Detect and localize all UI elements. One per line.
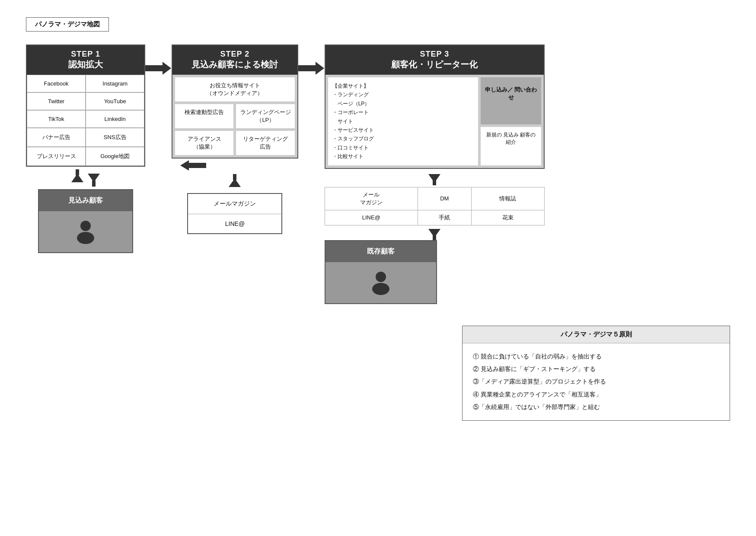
prospect-label: 見込み顧客	[39, 190, 132, 211]
dm-table: メールマガジン DM 情報誌 LINE@ 手紙 花束	[325, 187, 545, 225]
prospect-box: 見込み顧客	[38, 189, 133, 253]
line-at-cell: LINE@	[188, 214, 281, 233]
referral-label: 新規の 見込み 顧客の 紹介	[486, 132, 536, 145]
svg-marker-7	[180, 160, 206, 171]
step2-column: STEP 2 見込み顧客による検討 お役立ち情報サイト（オウンドメディア） 検索…	[172, 44, 299, 234]
step2-box: STEP 2 見込み顧客による検討 お役立ち情報サイト（オウンドメディア） 検索…	[172, 44, 299, 159]
svg-rect-1	[76, 169, 79, 175]
dm-table-area: メールマガジン DM 情報誌 LINE@ 手紙 花束	[325, 172, 545, 304]
existing-label-text: 既存顧客	[367, 247, 395, 255]
step2-content: お役立ち情報サイト（オウンドメディア） 検索連動型広告 ランディングページ（LP…	[172, 75, 298, 158]
list-item: 検索連動型広告	[175, 104, 234, 128]
list-item: YouTube	[86, 92, 144, 110]
step3-header: STEP 3 顧客化・リピーター化	[325, 45, 544, 75]
down-arrow2-icon	[229, 174, 241, 191]
table-cell: 情報誌	[471, 187, 544, 210]
svg-rect-14	[433, 233, 436, 240]
table-cell: 花束	[471, 210, 544, 225]
person2-icon	[368, 269, 394, 295]
list-item: ② 見込み顧客に「ギブ・ストーキング」する	[473, 363, 719, 375]
svg-rect-3	[92, 181, 96, 187]
list-item: プレスリリース	[27, 147, 86, 166]
list-item: Instagram	[86, 75, 144, 92]
page-title-box: パノラマ・デジマ地図	[26, 17, 109, 32]
principles-title-text: パノラマ・デジマ５原則	[561, 330, 632, 338]
person-icon	[73, 218, 99, 244]
list-item: アライアンス（協業）	[175, 131, 234, 155]
up-arrow3-icon	[428, 227, 440, 240]
list-item: Google地図	[86, 147, 144, 166]
list-item: ④ 異業種企業とのアライアンスで「相互送客」	[473, 388, 719, 401]
list-item: SNS広告	[86, 128, 144, 147]
step3-content: 【企業サイト】 ・ランディング ページ（LP） ・コーポレート サイト ・サービ…	[325, 75, 544, 168]
step3-right-area: 申し込み／ 問い合わせ 新規の 見込み 顧客の 紹介	[481, 77, 541, 165]
step1-title: 認知拡大	[35, 59, 136, 70]
list-item: バナー広告	[27, 128, 86, 147]
list-item: Twitter	[27, 92, 86, 110]
referral-box: 新規の 見込み 顧客の 紹介	[481, 127, 541, 165]
arrow-step2-to-step3	[298, 44, 324, 75]
svg-marker-10	[298, 62, 324, 75]
step1-grid: Facebook Instagram Twitter YouTube TikTo…	[27, 75, 144, 166]
step3-title: 顧客化・リピーター化	[334, 59, 535, 70]
step1-box: STEP 1 認知拡大 Facebook Instagram Twitter Y…	[26, 44, 145, 167]
svg-point-5	[77, 232, 94, 244]
prospect-label-text: 見込み顧客	[68, 197, 103, 204]
principles-list: ① 競合に負けている「自社の弱み」を抽出する ② 見込み顧客に「ギブ・ストーキン…	[463, 343, 730, 421]
step2-header: STEP 2 見込み顧客による検討	[172, 45, 298, 75]
svg-point-16	[372, 283, 389, 295]
apply-box: 申し込み／ 問い合わせ	[481, 77, 541, 124]
apply-label: 申し込み／ 問い合わせ	[485, 86, 537, 101]
table-cell: LINE@	[325, 210, 418, 225]
principles-box: パノラマ・デジマ５原則 ① 競合に負けている「自社の弱み」を抽出する ② 見込み…	[462, 326, 730, 421]
step1-num: STEP 1	[35, 50, 136, 59]
right-arrow-icon	[145, 62, 171, 75]
list-item: Facebook	[27, 75, 86, 92]
list-item: ランディングページ（LP）	[236, 104, 295, 128]
svg-point-15	[376, 272, 386, 282]
existing-label: 既存顧客	[325, 241, 436, 262]
line-at-label: LINE@	[225, 220, 245, 227]
page-title: パノラマ・デジマ地図	[35, 20, 100, 28]
table-cell: メールマガジン	[325, 187, 418, 210]
svg-point-4	[80, 221, 91, 231]
existing-customer-box: 既存顧客	[325, 240, 437, 304]
table-cell: DM	[418, 187, 472, 210]
list-item: リターゲティング広告	[236, 131, 295, 155]
table-cell: 手紙	[418, 210, 472, 225]
svg-rect-9	[233, 174, 236, 180]
step3-site-info: 【企業サイト】 ・ランディング ページ（LP） ・コーポレート サイト ・サービ…	[328, 77, 478, 165]
list-item: ① 競合に負けている「自社の弱み」を抽出する	[473, 350, 719, 363]
step3-box: STEP 3 顧客化・リピーター化 【企業サイト】 ・ランディング ページ（LP…	[325, 44, 545, 169]
svg-rect-12	[433, 178, 436, 185]
step2-owned-media: お役立ち情報サイト（オウンドメディア）	[175, 77, 295, 101]
left-arrow-icon	[180, 160, 206, 171]
list-item: ⑤「永続雇用」ではない「外部専門家」と組む	[473, 401, 719, 413]
mail-magazine-cell: メールマガジン	[188, 194, 281, 214]
step3-num: STEP 3	[334, 50, 535, 59]
step2-row2: アライアンス（協業） リターゲティング広告	[175, 131, 295, 155]
up-arrow2-icon	[428, 172, 440, 185]
principles-title: パノラマ・デジマ５原則	[463, 326, 730, 343]
step1-column: STEP 1 認知拡大 Facebook Instagram Twitter Y…	[26, 44, 145, 253]
right-arrow2-icon	[298, 62, 324, 75]
list-item: ③「メディア露出逆算型」のプロジェクトを作る	[473, 375, 719, 388]
svg-marker-6	[145, 62, 171, 75]
step2-title: 見込み顧客による検討	[181, 59, 289, 70]
mail-magazine-label: メールマガジン	[214, 200, 256, 207]
arrow-step1-to-step2	[145, 44, 171, 75]
step2-row1: 検索連動型広告 ランディングページ（LP）	[175, 104, 295, 128]
list-item: TikTok	[27, 110, 86, 128]
list-item: LinkedIn	[86, 110, 144, 128]
step3-column: STEP 3 顧客化・リピーター化 【企業サイト】 ・ランディング ページ（LP…	[325, 44, 545, 304]
down-arrow-icon	[71, 169, 83, 187]
up-arrow-icon	[88, 169, 100, 187]
mail-box: メールマガジン LINE@	[187, 193, 282, 234]
step2-num: STEP 2	[181, 50, 289, 59]
step1-header: STEP 1 認知拡大	[27, 45, 144, 75]
